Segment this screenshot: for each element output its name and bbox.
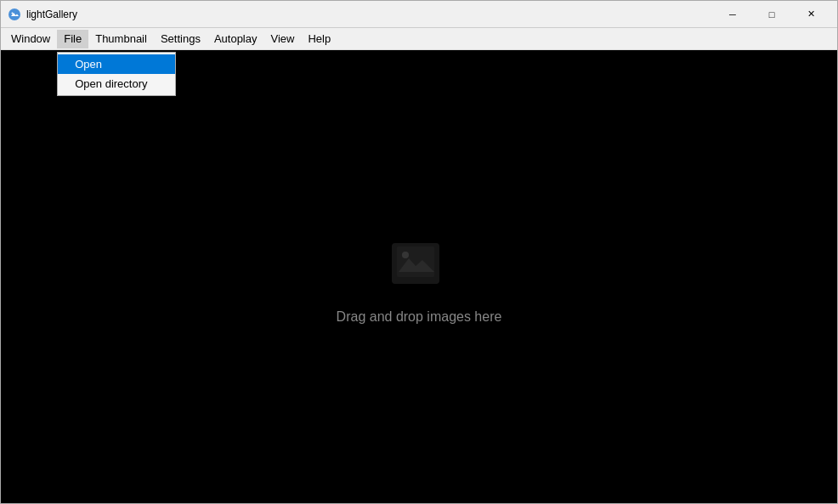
menu-item-settings-label: Settings — [161, 32, 201, 45]
svg-point-1 — [12, 12, 14, 14]
menu-file-open[interactable]: Open — [58, 54, 175, 74]
drop-text: Drag and drop images here — [337, 309, 502, 325]
menu-item-window[interactable]: Window — [4, 30, 57, 48]
menu-item-view-label: View — [270, 32, 294, 45]
app-icon — [8, 8, 21, 21]
svg-rect-3 — [397, 246, 434, 277]
drop-images-icon — [385, 229, 453, 297]
menu-item-file-label: File — [64, 32, 82, 45]
menu-file-open-directory[interactable]: Open directory — [58, 74, 175, 93]
menu-item-file[interactable]: File Open Open directory — [57, 30, 88, 48]
main-content[interactable]: Drag and drop images here — [1, 50, 837, 503]
menu-item-view[interactable]: View — [263, 30, 301, 48]
close-button[interactable]: ✕ — [791, 1, 830, 28]
window-title: lightGallery — [26, 8, 713, 20]
window-controls: ─ □ ✕ — [713, 1, 830, 28]
maximize-button[interactable]: □ — [752, 1, 791, 28]
svg-point-4 — [402, 252, 409, 258]
menu-item-help-label: Help — [308, 32, 331, 45]
menu-item-autoplay-label: Autoplay — [214, 32, 258, 45]
menu-item-window-label: Window — [11, 32, 50, 45]
title-bar: lightGallery ─ □ ✕ — [1, 1, 837, 28]
file-dropdown-menu: Open Open directory — [57, 52, 176, 96]
menu-item-thumbnail-label: Thumbnail — [95, 32, 147, 45]
app-window: lightGallery ─ □ ✕ Window File Open Open… — [0, 0, 838, 504]
menu-item-help[interactable]: Help — [301, 30, 337, 48]
menu-item-autoplay[interactable]: Autoplay — [207, 30, 264, 48]
drop-zone[interactable]: Drag and drop images here — [337, 229, 502, 325]
menu-item-thumbnail[interactable]: Thumbnail — [88, 30, 154, 48]
menu-bar: Window File Open Open directory Thumbnai… — [1, 28, 837, 50]
menu-item-settings[interactable]: Settings — [154, 30, 207, 48]
minimize-button[interactable]: ─ — [713, 1, 752, 28]
